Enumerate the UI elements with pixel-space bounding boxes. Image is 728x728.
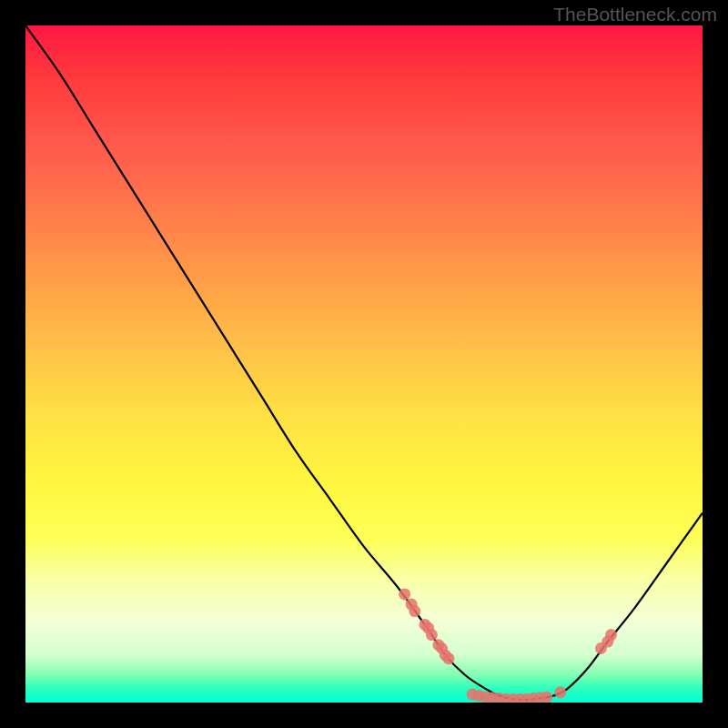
watermark-text: TheBottleneck.com bbox=[553, 4, 717, 25]
curve-markers bbox=[399, 588, 617, 703]
curve-marker bbox=[541, 692, 552, 703]
chart-svg bbox=[25, 25, 703, 703]
curve-marker bbox=[409, 605, 420, 617]
curve-marker bbox=[399, 588, 410, 600]
bottleneck-curve-line bbox=[25, 25, 703, 700]
curve-marker bbox=[443, 652, 455, 664]
curve-marker bbox=[426, 629, 438, 641]
chart-plot-area bbox=[25, 25, 703, 703]
curve-marker bbox=[554, 686, 566, 698]
curve-marker bbox=[605, 629, 617, 641]
